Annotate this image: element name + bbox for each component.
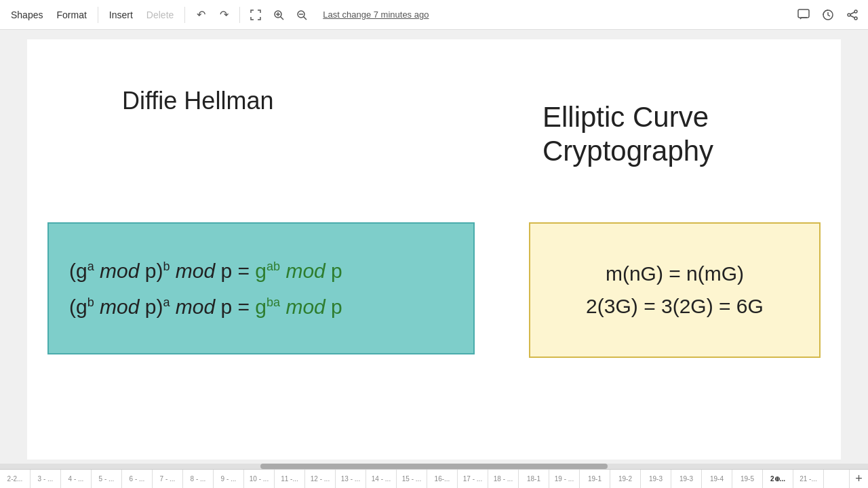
dh-formula-1: (ga mod p)b mod p = gab mod p — [69, 256, 453, 286]
ruler-item[interactable]: 18-1 — [519, 470, 549, 488]
dh-formula-box: (ga mod p)b mod p = gab mod p (gb mod p)… — [47, 222, 475, 354]
ruler-item[interactable]: 19-1 — [580, 470, 610, 488]
ruler-item[interactable]: 18 - ... — [488, 470, 519, 488]
undo-button[interactable]: ↶ — [191, 5, 211, 25]
add-slide-button[interactable]: + — [849, 470, 868, 489]
ruler-item[interactable]: 15 - ... — [397, 470, 427, 488]
svg-point-11 — [854, 17, 857, 20]
comments-button[interactable] — [793, 5, 814, 25]
divider-1 — [98, 7, 98, 23]
ruler-item[interactable]: 4 - ... — [61, 470, 92, 488]
ruler-item[interactable]: 6 - ... — [122, 470, 153, 488]
ruler-item[interactable]: 8 - ... — [183, 470, 214, 488]
ruler-item[interactable]: 14 - ... — [366, 470, 397, 488]
redo-button[interactable]: ↷ — [214, 5, 234, 25]
svg-line-12 — [850, 12, 854, 14]
horizontal-scrollbar[interactable] — [0, 464, 868, 469]
svg-line-1 — [281, 16, 284, 20]
ruler-item[interactable]: 5 - ... — [92, 470, 122, 488]
fullscreen-button[interactable] — [245, 5, 266, 25]
ruler-item[interactable]: 16-... — [427, 470, 458, 488]
ruler-item[interactable]: 3 - ... — [31, 470, 61, 488]
toolbar-right — [793, 5, 863, 25]
ruler: 2-2... 3 - ... 4 - ... 5 - ... 6 - ... 7… — [0, 469, 868, 488]
toolbar: Shapes Format Insert Delete ↶ ↷ Last cha… — [0, 0, 868, 30]
ruler-item[interactable]: 11 -... — [275, 470, 305, 488]
ecc-formula-1: m(nG) = n(mG) 2(3G) = 3(2G) = 6G — [586, 258, 764, 323]
share-button[interactable] — [842, 5, 863, 25]
divider-3 — [239, 7, 240, 23]
last-change-label[interactable]: Last change 7 minutes ago — [323, 9, 429, 20]
ruler-item[interactable]: 21 -... — [793, 470, 824, 488]
svg-line-5 — [304, 16, 307, 20]
insert-button[interactable]: Insert — [104, 7, 138, 23]
svg-line-13 — [850, 16, 854, 18]
ruler-item[interactable]: 19-3 — [671, 470, 702, 488]
ruler-item[interactable]: 9 - ... — [214, 470, 244, 488]
zoom-in-button[interactable] — [269, 5, 289, 25]
ruler-item[interactable]: 7 - ... — [153, 470, 183, 488]
ecc-title-line2: Cryptography — [542, 135, 713, 167]
ruler-item[interactable]: 19 - ... — [549, 470, 580, 488]
ruler-item[interactable]: 19-2 — [610, 470, 641, 488]
ecc-title-line1: Elliptic Curve — [542, 101, 709, 133]
divider-2 — [184, 7, 185, 23]
ruler-item[interactable]: 2-2... — [0, 470, 31, 488]
ruler-item[interactable]: 19-5 — [732, 470, 763, 488]
ruler-item[interactable]: 17 - ... — [458, 470, 488, 488]
ruler-item[interactable]: 12 - ... — [305, 470, 336, 488]
svg-point-10 — [848, 14, 850, 16]
ecc-formula-box: m(nG) = n(mG) 2(3G) = 3(2G) = 6G — [529, 222, 821, 358]
ruler-item-current[interactable]: 2⊕... — [763, 470, 793, 488]
history-button[interactable] — [818, 5, 838, 25]
ecc-title: Elliptic Curve Cryptography — [542, 100, 713, 169]
svg-rect-7 — [798, 9, 809, 18]
slide: Diffie Hellman Elliptic Curve Cryptograp… — [27, 39, 841, 460]
ruler-item[interactable]: 19-3 — [641, 470, 671, 488]
dh-formula-2: (gb mod p)a mod p = gba mod p — [69, 291, 453, 322]
shapes-menu[interactable]: Shapes — [5, 7, 48, 23]
ruler-item[interactable]: 19-4 — [702, 470, 732, 488]
svg-point-9 — [854, 10, 857, 13]
scrollbar-thumb[interactable] — [260, 464, 608, 469]
canvas[interactable]: Diffie Hellman Elliptic Curve Cryptograp… — [0, 30, 868, 469]
delete-button[interactable]: Delete — [141, 7, 179, 23]
dh-title: Diffie Hellman — [122, 87, 273, 115]
ruler-item[interactable]: 13 - ... — [336, 470, 366, 488]
ruler-item[interactable]: 10 - ... — [244, 470, 275, 488]
format-menu[interactable]: Format — [51, 7, 92, 23]
zoom-out-button[interactable] — [292, 5, 312, 25]
